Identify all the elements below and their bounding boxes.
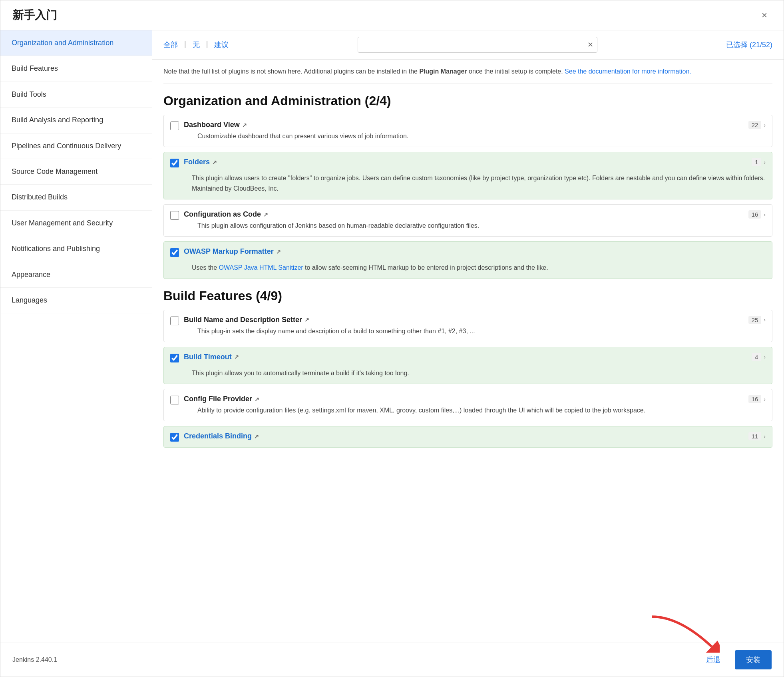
filter-sep-2: | xyxy=(206,40,208,50)
plugin-count-build-timeout[interactable]: 4 › xyxy=(752,353,766,361)
doc-link[interactable]: See the documentation for more informati… xyxy=(565,68,691,75)
plugin-desc-build-name-setter: This plug-in sets the display name and d… xyxy=(184,327,744,336)
plugin-name-build-name-setter: Build Name and Description Setter ↗ xyxy=(184,316,309,324)
modal-footer: Jenkins 2.440.1 后退 安装 xyxy=(0,643,784,677)
chevron-icon-credentials: › xyxy=(764,433,766,440)
plugin-checkbox-build-name-setter[interactable] xyxy=(170,317,179,325)
plugin-title-area-config-file-provider: Config File Provider ↗ Ability to provid… xyxy=(184,395,744,415)
plugin-header-owasp: OWASP Markup Formatter ↗ xyxy=(164,242,772,263)
plugin-count-config-as-code[interactable]: 16 › xyxy=(748,210,766,219)
plugin-item-config-file-provider: Config File Provider ↗ Ability to provid… xyxy=(163,389,772,421)
chevron-icon-config-file: › xyxy=(764,396,766,402)
modal-container: 新手入门 × Organization and Administration B… xyxy=(0,0,784,677)
plugin-header-folders: Folders ↗ 1 › xyxy=(164,152,772,173)
plugin-title-area-build-name-setter: Build Name and Description Setter ↗ This… xyxy=(184,316,744,336)
external-link-icon-config-file[interactable]: ↗ xyxy=(255,396,259,402)
plugin-desc-owasp: Uses the OWASP Java HTML Sanitizer to al… xyxy=(164,263,772,279)
plugin-item-dashboard-view: Dashboard View ↗ Customizable dashboard … xyxy=(163,115,772,147)
chevron-icon-build-timeout: › xyxy=(764,354,766,360)
footer-actions: 后退 安装 xyxy=(698,650,772,669)
search-clear-icon[interactable]: ✕ xyxy=(587,40,593,49)
section-heading-build-features: Build Features (4/9) xyxy=(163,289,772,303)
content-area: Note that the full list of plugins is no… xyxy=(152,60,784,643)
sidebar-item-languages[interactable]: Languages xyxy=(0,288,152,313)
plugin-count-config-file-provider[interactable]: 16 › xyxy=(748,395,766,403)
close-button[interactable]: × xyxy=(757,8,772,22)
notice-box: Note that the full list of plugins is no… xyxy=(163,60,772,84)
sidebar: Organization and Administration Build Fe… xyxy=(0,30,152,643)
filter-recommended[interactable]: 建议 xyxy=(214,40,229,50)
plugin-checkbox-credentials-binding[interactable] xyxy=(170,433,179,442)
plugin-title-area-dashboard-view: Dashboard View ↗ Customizable dashboard … xyxy=(184,121,744,141)
plugin-title-area-credentials-binding: Credentials Binding ↗ xyxy=(184,432,744,440)
plugin-count-credentials-binding[interactable]: 11 › xyxy=(748,432,766,440)
plugin-name-credentials-binding: Credentials Binding ↗ xyxy=(184,432,259,440)
plugin-header-build-timeout: Build Timeout ↗ 4 › xyxy=(164,347,772,368)
plugin-desc-config-file-provider: Ability to provide configuration files (… xyxy=(184,406,744,415)
filter-sep-1: | xyxy=(184,40,186,50)
install-button[interactable]: 安装 xyxy=(735,650,772,669)
plugin-checkbox-build-timeout[interactable] xyxy=(170,354,179,362)
sidebar-item-notifications[interactable]: Notifications and Publishing xyxy=(0,236,152,262)
notice-text-before: Note that the full list of plugins is no… xyxy=(163,68,419,75)
toolbar: 全部 | 无 | 建议 ✕ 已选择 (21/52) xyxy=(152,30,784,60)
sidebar-item-source-code[interactable]: Source Code Management xyxy=(0,159,152,185)
sidebar-item-build-features[interactable]: Build Features xyxy=(0,56,152,82)
plugin-header-dashboard-view: Dashboard View ↗ Customizable dashboard … xyxy=(164,115,772,147)
sidebar-item-appearance[interactable]: Appearance xyxy=(0,262,152,288)
plugin-count-build-name-setter[interactable]: 25 › xyxy=(748,316,766,324)
plugin-title-area-config-as-code: Configuration as Code ↗ This plugin allo… xyxy=(184,210,744,231)
search-input[interactable] xyxy=(358,37,597,53)
plugin-name-owasp: OWASP Markup Formatter ↗ xyxy=(184,247,281,256)
external-link-icon-dashboard[interactable]: ↗ xyxy=(242,122,247,128)
sidebar-item-build-tools[interactable]: Build Tools xyxy=(0,82,152,108)
external-link-icon-folders[interactable]: ↗ xyxy=(212,159,217,165)
search-box: ✕ xyxy=(358,37,597,53)
modal-body: Organization and Administration Build Fe… xyxy=(0,30,784,643)
external-link-icon-credentials[interactable]: ↗ xyxy=(254,433,259,440)
plugin-desc-build-timeout: This plugin allows you to automatically … xyxy=(164,368,772,384)
sidebar-item-org-admin[interactable]: Organization and Administration xyxy=(0,30,152,56)
back-button[interactable]: 后退 xyxy=(698,651,728,669)
plugin-title-area-build-timeout: Build Timeout ↗ xyxy=(184,353,747,361)
chevron-icon-config: › xyxy=(764,211,766,218)
section-heading-org-admin: Organization and Administration (2/4) xyxy=(163,94,772,108)
external-link-icon-build-timeout[interactable]: ↗ xyxy=(234,354,239,360)
external-link-icon-owasp[interactable]: ↗ xyxy=(276,249,281,255)
plugin-header-credentials-binding: Credentials Binding ↗ 11 › xyxy=(164,426,772,447)
sidebar-item-pipelines[interactable]: Pipelines and Continuous Delivery xyxy=(0,133,152,159)
plugin-checkbox-dashboard-view[interactable] xyxy=(170,121,179,130)
plugin-item-config-as-code: Configuration as Code ↗ This plugin allo… xyxy=(163,204,772,237)
footer-version: Jenkins 2.440.1 xyxy=(12,656,57,663)
notice-text-after: once the initial setup is complete. xyxy=(467,68,565,75)
filter-all[interactable]: 全部 xyxy=(163,40,178,50)
sidebar-item-user-mgmt[interactable]: User Management and Security xyxy=(0,211,152,236)
plugin-header-build-name-setter: Build Name and Description Setter ↗ This… xyxy=(164,310,772,342)
filter-links: 全部 | 无 | 建议 xyxy=(163,40,229,50)
plugin-title-area-owasp: OWASP Markup Formatter ↗ xyxy=(184,247,766,256)
external-link-icon-config[interactable]: ↗ xyxy=(263,211,268,218)
plugin-checkbox-config-as-code[interactable] xyxy=(170,211,179,220)
main-content: 全部 | 无 | 建议 ✕ 已选择 (21/52) Note that the … xyxy=(152,30,784,643)
chevron-icon-folders: › xyxy=(764,159,766,165)
plugin-item-build-name-setter: Build Name and Description Setter ↗ This… xyxy=(163,310,772,342)
plugin-checkbox-config-file-provider[interactable] xyxy=(170,396,179,404)
plugin-name-dashboard-view: Dashboard View ↗ xyxy=(184,121,247,129)
chevron-icon-dashboard: › xyxy=(764,122,766,128)
plugin-checkbox-folders[interactable] xyxy=(170,159,179,167)
plugin-name-folders: Folders ↗ xyxy=(184,158,217,166)
filter-none[interactable]: 无 xyxy=(193,40,200,50)
plugin-desc-config-as-code: This plugin allows configuration of Jenk… xyxy=(184,221,744,231)
plugin-count-dashboard-view[interactable]: 22 › xyxy=(748,121,766,129)
sidebar-item-distributed[interactable]: Distributed Builds xyxy=(0,185,152,210)
owasp-sanitizer-link[interactable]: OWASP Java HTML Sanitizer xyxy=(219,264,303,271)
sidebar-item-build-analysis[interactable]: Build Analysis and Reporting xyxy=(0,108,152,133)
plugin-title-area-folders: Folders ↗ xyxy=(184,158,747,166)
plugin-name-config-as-code: Configuration as Code ↗ xyxy=(184,210,268,219)
external-link-icon-build-name[interactable]: ↗ xyxy=(304,317,309,323)
plugin-count-folders[interactable]: 1 › xyxy=(752,158,766,166)
plugin-header-config-as-code: Configuration as Code ↗ This plugin allo… xyxy=(164,205,772,236)
modal-header: 新手入门 × xyxy=(0,0,784,30)
plugin-item-credentials-binding: Credentials Binding ↗ 11 › xyxy=(163,426,772,448)
plugin-checkbox-owasp[interactable] xyxy=(170,248,179,257)
